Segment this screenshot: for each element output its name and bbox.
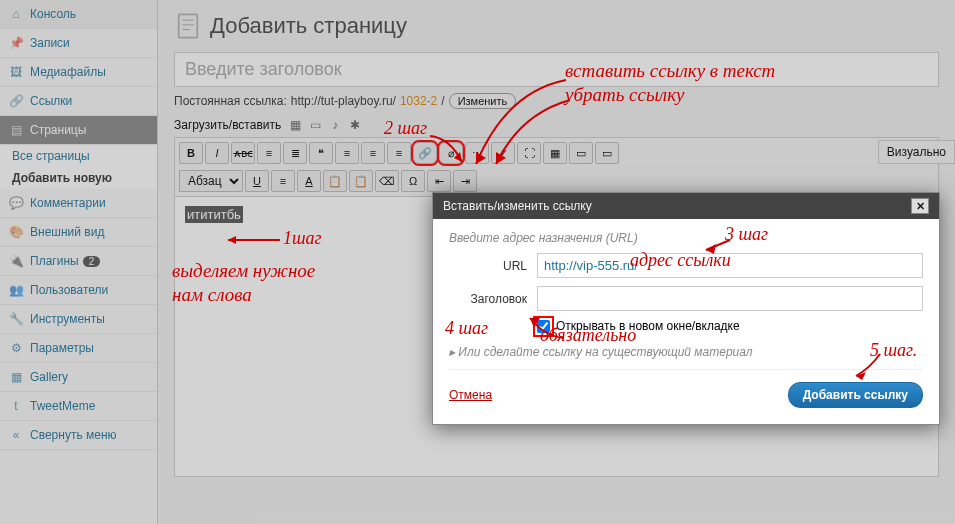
modal-footer: Отмена Добавить ссылку [449,369,923,412]
newtab-row: Открывать в новом окне/вкладке [449,319,923,333]
media-icon: 🖼 [8,64,24,80]
url-row: URL [449,253,923,278]
upload-video-icon[interactable]: ▭ [307,117,323,133]
align-center-button[interactable]: ≡ [361,142,385,164]
plugin-badge: 2 [83,256,101,267]
sidebar-item-links[interactable]: 🔗Ссылки [0,87,157,116]
existing-label: Или сделайте ссылку на существующий мате… [458,345,752,359]
italic-button[interactable]: I [205,142,229,164]
sidebar-sub-all-pages[interactable]: Все страницы [0,145,157,167]
sidebar-label: Консоль [30,7,76,21]
upload-media-icon[interactable]: ✱ [347,117,363,133]
link-icon: 🔗 [8,93,24,109]
unlink-button[interactable]: ⌀ [439,142,463,164]
sidebar-sub-add-new[interactable]: Добавить новую [0,167,157,189]
align-right-button[interactable]: ≡ [387,142,411,164]
paste-word-button[interactable]: 📋 [349,170,373,192]
permalink-slug: 1032-2 [400,94,437,108]
sidebar-item-appearance[interactable]: 🎨Внешний вид [0,218,157,247]
link-title-label: Заголовок [449,292,537,306]
title-row: Заголовок [449,286,923,311]
sidebar-item-gallery[interactable]: ▦Gallery [0,363,157,392]
modal-close-button[interactable]: ✕ [911,198,929,214]
url-input[interactable] [537,253,923,278]
bold-button[interactable]: B [179,142,203,164]
upload-audio-icon[interactable]: ♪ [327,117,343,133]
tweet-icon: t [8,398,24,414]
svg-rect-0 [179,14,198,37]
sidebar-item-settings[interactable]: ⚙Параметры [0,334,157,363]
sidebar-item-posts[interactable]: 📌Записи [0,29,157,58]
sidebar-label: Комментарии [30,196,106,210]
newtab-checkbox[interactable] [537,320,550,333]
sidebar-label: Пользователи [30,283,108,297]
settings-icon: ⚙ [8,340,24,356]
insert-link-button[interactable]: 🔗 [413,142,437,164]
permalink-label: Постоянная ссылка: [174,94,287,108]
page-title: Добавить страницу [210,13,407,39]
editor-toolbar: B I ᴀʙᴄ ≡ ≣ ❝ ≡ ≡ ≡ 🔗 ⌀ ⋯ ✓ ⛶ ▦ ▭ ▭ Абза… [174,137,939,197]
permalink-base: http://tut-playboy.ru/ [291,94,396,108]
extra1-button[interactable]: ▭ [569,142,593,164]
kitchensink-button[interactable]: ▦ [543,142,567,164]
sidebar-label: Внешний вид [30,225,104,239]
link-modal: Вставить/изменить ссылку ✕ Введите адрес… [432,192,940,425]
appearance-icon: 🎨 [8,224,24,240]
spellcheck-button[interactable]: ✓ [491,142,515,164]
existing-link-row[interactable]: ▸ Или сделайте ссылку на существующий ма… [449,345,923,359]
sidebar-item-comments[interactable]: 💬Комментарии [0,189,157,218]
page-header-icon [174,12,202,40]
sidebar-item-media[interactable]: 🖼Медиафайлы [0,58,157,87]
comment-icon: 💬 [8,195,24,211]
sidebar-label: Медиафайлы [30,65,106,79]
cancel-link[interactable]: Отмена [449,388,492,402]
link-title-input[interactable] [537,286,923,311]
admin-sidebar: ⌂Консоль 📌Записи 🖼Медиафайлы 🔗Ссылки ▤Ст… [0,0,158,524]
underline-button[interactable]: U [245,170,269,192]
selected-text: итититбь [185,206,243,223]
gallery-icon: ▦ [8,369,24,385]
url-label: URL [449,259,537,273]
strike-button[interactable]: ᴀʙᴄ [231,142,255,164]
sidebar-label: Параметры [30,341,94,355]
sidebar-label: Gallery [30,370,68,384]
editor-tab-visual[interactable]: Визуально [878,140,955,164]
sidebar-item-pages[interactable]: ▤Страницы [0,116,157,145]
remove-format-button[interactable]: ⌫ [375,170,399,192]
sidebar-item-dashboard[interactable]: ⌂Консоль [0,0,157,29]
align-left-button[interactable]: ≡ [335,142,359,164]
justify-button[interactable]: ≡ [271,170,295,192]
textcolor-button[interactable]: A [297,170,321,192]
page-icon: ▤ [8,122,24,138]
format-select[interactable]: Абзац [179,170,243,192]
permalink-sep: / [441,94,444,108]
sidebar-label: Свернуть меню [30,428,117,442]
modal-body: Введите адрес назначения (URL) URL Загол… [433,219,939,424]
plugin-icon: 🔌 [8,253,24,269]
sidebar-item-tools[interactable]: 🔧Инструменты [0,305,157,334]
post-title-input[interactable]: Введите заголовок [174,52,939,87]
fullscreen-button[interactable]: ⛶ [517,142,541,164]
ul-button[interactable]: ≡ [257,142,281,164]
edit-permalink-button[interactable]: Изменить [449,93,517,109]
submit-link-button[interactable]: Добавить ссылку [788,382,923,408]
ol-button[interactable]: ≣ [283,142,307,164]
outdent-button[interactable]: ⇤ [427,170,451,192]
paste-text-button[interactable]: 📋 [323,170,347,192]
modal-header: Вставить/изменить ссылку ✕ [433,193,939,219]
tools-icon: 🔧 [8,311,24,327]
upload-image-icon[interactable]: ▦ [287,117,303,133]
sidebar-item-collapse[interactable]: «Свернуть меню [0,421,157,450]
modal-title: Вставить/изменить ссылку [443,199,592,213]
sidebar-item-users[interactable]: 👥Пользователи [0,276,157,305]
more-button[interactable]: ⋯ [465,142,489,164]
extra2-button[interactable]: ▭ [595,142,619,164]
indent-button[interactable]: ⇥ [453,170,477,192]
quote-button[interactable]: ❝ [309,142,333,164]
sidebar-item-plugins[interactable]: 🔌Плагины2 [0,247,157,276]
sidebar-label: Плагины [30,254,79,268]
upload-label: Загрузить/вставить [174,118,281,132]
sidebar-label: Ссылки [30,94,72,108]
sidebar-item-tweetmeme[interactable]: tTweetMeme [0,392,157,421]
charmap-button[interactable]: Ω [401,170,425,192]
